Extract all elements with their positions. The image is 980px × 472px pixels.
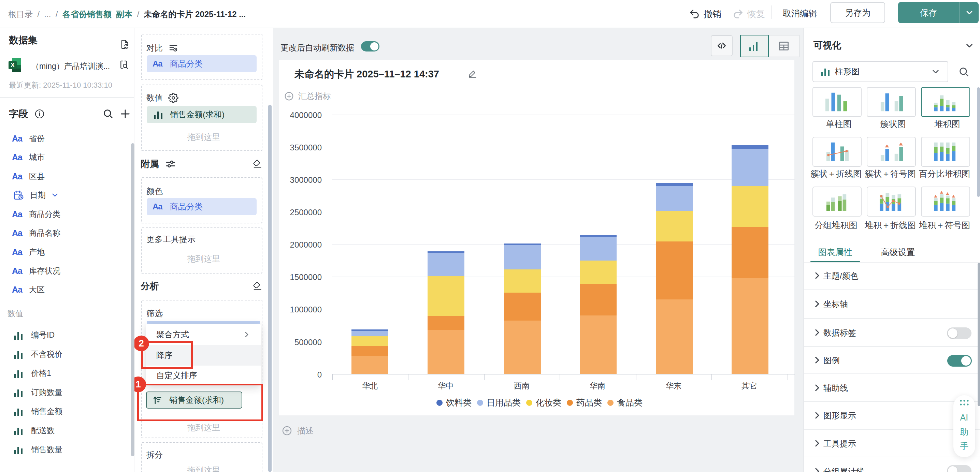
svg-text:X: X xyxy=(11,62,15,68)
